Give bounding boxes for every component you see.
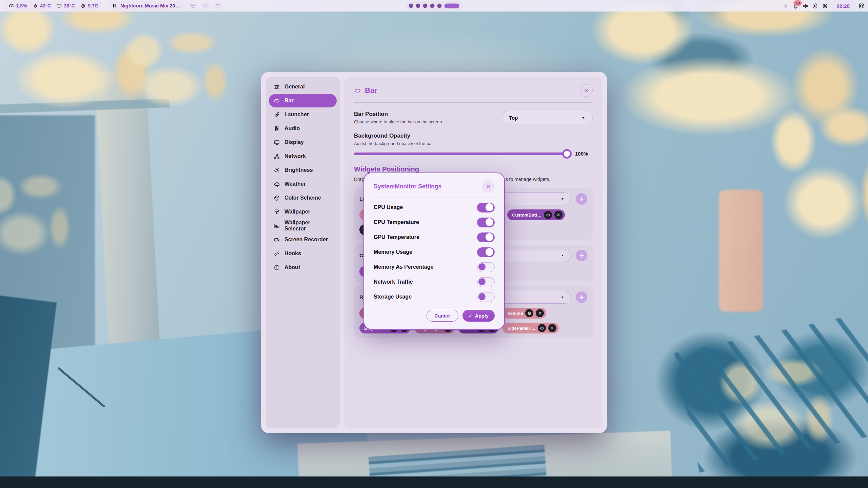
sidebar-item-icon [274, 250, 280, 257]
metric-icon [80, 3, 86, 9]
widget-settings-button[interactable]: ⚙ [544, 211, 552, 219]
notification-badge: 10 [793, 0, 802, 6]
sidebar-item[interactable]: Weather [269, 177, 337, 191]
sidebar-item[interactable]: Brightness [269, 163, 337, 177]
sidebar-item-label: Hooks [284, 250, 301, 257]
sidebar-item[interactable]: Launcher [269, 108, 337, 121]
workspace-dot[interactable] [430, 4, 435, 8]
workspace-dot[interactable] [437, 4, 442, 8]
dialog-close-button[interactable] [482, 180, 495, 193]
sidebar-item-label: Color Scheme [284, 195, 321, 201]
volume-button[interactable] [802, 3, 809, 9]
plus-icon [579, 196, 585, 202]
toggle-switch[interactable] [477, 247, 495, 257]
media-player-module[interactable]: Nightcore Music Mix 20… [106, 1, 185, 11]
toggle-switch[interactable] [477, 232, 495, 242]
media-title: Nightcore Music Mix 20… [120, 3, 180, 8]
toggle-row: CPU Usage [374, 200, 495, 215]
sidebar-item-label: Wallpaper Selector [284, 220, 332, 232]
tray-app-icon[interactable] [783, 3, 789, 9]
sidebar-item-icon [274, 237, 280, 243]
sidebar-item-label: Network [284, 153, 306, 159]
metric: 9.7G [80, 3, 98, 9]
app-grid-button[interactable] [858, 3, 865, 9]
workspace-indicator[interactable] [406, 1, 463, 11]
notifications-button[interactable]: 10 [792, 3, 799, 9]
sidebar-item[interactable]: Audio [269, 122, 337, 135]
toggle-row: Memory Usage [374, 245, 495, 260]
sidebar-item-label: Wallpaper [284, 209, 310, 215]
background-opacity-slider[interactable] [354, 152, 570, 155]
metric-icon [8, 3, 14, 9]
dialog-title: SystemMonitor Settings [374, 183, 441, 190]
background-opacity-description: Adjust the background opacity of the bar… [354, 141, 593, 146]
sidebar-item-icon [274, 98, 280, 104]
metric-icon [56, 3, 62, 9]
sidebar-item-label: Brightness [284, 167, 313, 173]
toggle-switch[interactable] [477, 277, 495, 287]
widget-remove-button[interactable] [548, 324, 556, 332]
sidebar-item-icon [274, 195, 280, 201]
add-widget-button[interactable] [576, 291, 587, 303]
sidebar-item[interactable]: Screen Recorder [269, 233, 337, 246]
workspace-dot[interactable] [423, 4, 428, 8]
cancel-label: Cancel [434, 313, 451, 319]
sidebar-item[interactable]: Hooks [269, 247, 337, 260]
workspace-dot[interactable] [409, 4, 413, 8]
night-light-button[interactable] [822, 3, 828, 9]
quick-button[interactable] [201, 1, 210, 11]
clock[interactable]: 00:28 [832, 1, 855, 11]
quick-button[interactable] [213, 1, 223, 11]
plus-icon [579, 294, 585, 300]
bar-position-description: Choose where to place the bar on the scr… [354, 119, 443, 124]
widget-remove-button[interactable] [554, 211, 563, 219]
widget-remove-button[interactable] [536, 309, 544, 317]
toggle-knob [478, 263, 486, 270]
sidebar-item[interactable]: Wallpaper [269, 205, 337, 219]
sidebar-item[interactable]: Network [269, 149, 337, 163]
divider [354, 102, 593, 103]
close-icon [486, 184, 491, 189]
sidebar-item-icon [274, 125, 280, 132]
widget-chip[interactable]: CustomButt… ⚙ [507, 209, 565, 220]
apply-button[interactable]: ✓ Apply [462, 310, 495, 322]
sidebar-item-icon [274, 209, 280, 215]
window-close-button[interactable] [580, 84, 593, 97]
top-bar: 1.8% 43°C 38°C 9.7G Nightcore Music Mix … [0, 0, 868, 12]
sidebar-item[interactable]: General [269, 80, 337, 94]
add-widget-button[interactable] [576, 250, 587, 261]
sidebar-item-icon [274, 153, 280, 160]
metric: 43°C [33, 3, 51, 9]
system-metrics-module: 1.8% 43°C 38°C 9.7G [3, 1, 103, 11]
workspace-dot[interactable] [445, 3, 459, 8]
toggle-knob [486, 203, 493, 211]
toggle-switch[interactable] [477, 203, 495, 212]
widget-settings-button[interactable]: ⚙ [525, 309, 533, 317]
toggle-switch[interactable] [477, 262, 495, 272]
brightness-button[interactable] [812, 3, 818, 9]
sidebar-item[interactable]: Wallpaper Selector [269, 219, 337, 232]
sidebar-item-icon [274, 139, 280, 146]
toggle-knob [486, 248, 493, 256]
toggle-switch[interactable] [477, 292, 495, 302]
widget-chip[interactable]: SidePanelT… ⚙ [502, 323, 559, 333]
widget-settings-button[interactable]: ⚙ [538, 324, 546, 332]
quick-button-icon [203, 3, 208, 8]
sidebar-item[interactable]: Bar [269, 94, 337, 107]
slider-thumb[interactable] [562, 149, 572, 159]
sidebar-item-icon [274, 167, 280, 174]
widget-chip[interactable]: Volume ⚙ [502, 308, 546, 319]
toggle-switch[interactable] [477, 218, 495, 227]
toggle-label: CPU Temperature [374, 219, 419, 225]
quick-button[interactable] [188, 1, 198, 11]
chevron-down-icon [560, 197, 565, 201]
sidebar-item[interactable]: About [269, 261, 337, 274]
bar-position-select[interactable]: Top [502, 111, 593, 124]
cancel-button[interactable]: Cancel [427, 310, 458, 322]
widgets-positioning-title: Widgets Positioning [354, 165, 593, 173]
sidebar-item[interactable]: Display [269, 136, 337, 149]
pause-icon[interactable] [112, 3, 117, 8]
add-widget-button[interactable] [576, 193, 587, 205]
workspace-dot[interactable] [416, 4, 420, 8]
sidebar-item[interactable]: Color Scheme [269, 191, 337, 205]
